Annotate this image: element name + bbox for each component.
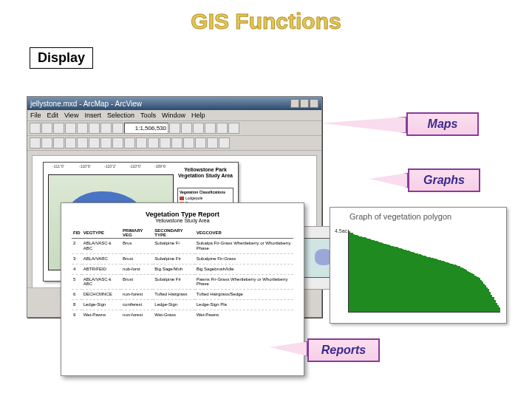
menu-item[interactable]: Window bbox=[162, 112, 185, 119]
tool-icon[interactable] bbox=[41, 123, 52, 134]
menu-item[interactable]: File bbox=[30, 112, 41, 119]
tool-icon[interactable] bbox=[169, 123, 180, 134]
tool-icon[interactable] bbox=[171, 137, 183, 149]
cell: non-forest bbox=[121, 310, 153, 320]
cell: DECHCMNCE bbox=[82, 290, 121, 300]
legend-row: Lodgepole bbox=[180, 196, 231, 200]
cell: Brust bbox=[121, 274, 153, 290]
callout-pointer bbox=[369, 173, 408, 188]
cell: ABLA/VASC-k ABC bbox=[82, 274, 121, 290]
menu-item[interactable]: Tools bbox=[140, 112, 156, 119]
tool-icon[interactable] bbox=[30, 123, 41, 134]
minimize-button[interactable] bbox=[290, 99, 299, 108]
cell: Wet-Pawns bbox=[82, 310, 121, 320]
callout-pointer bbox=[322, 117, 406, 133]
callout-maps: Maps bbox=[406, 112, 479, 136]
tool-icon[interactable] bbox=[65, 123, 76, 134]
cell: 5 bbox=[72, 274, 82, 290]
scale-input[interactable]: 1:1,506,530 bbox=[124, 123, 168, 134]
tool-icon[interactable] bbox=[30, 137, 41, 149]
cell: Brust bbox=[121, 253, 153, 264]
tool-icon[interactable] bbox=[195, 137, 206, 149]
page-title: GIS Functions bbox=[0, 0, 532, 34]
tool-icon[interactable] bbox=[65, 137, 76, 149]
cell: Ledge-Sign Pla bbox=[195, 300, 293, 310]
cell: Subalpine Fir bbox=[153, 274, 194, 290]
graph-title: Graph of vegetation polygon bbox=[330, 208, 506, 222]
legend-swatch bbox=[180, 197, 184, 200]
tool-icon[interactable] bbox=[160, 137, 171, 149]
tool-icon[interactable] bbox=[53, 123, 64, 134]
cell: Ledge-Sign bbox=[153, 300, 194, 310]
column-header: VEGTYPE bbox=[82, 228, 121, 239]
tool-icon[interactable] bbox=[77, 137, 88, 149]
cell: Big Sagebrush/Idle bbox=[195, 264, 293, 274]
cell: 9 bbox=[72, 310, 82, 320]
menu-item[interactable]: Selection bbox=[107, 112, 134, 119]
bar-chart bbox=[348, 230, 500, 313]
tool-icon[interactable] bbox=[100, 123, 112, 134]
menu-item[interactable]: Help bbox=[191, 112, 205, 119]
arcmap-menubar: File Edit View Insert Selection Tools Wi… bbox=[27, 110, 321, 121]
tool-icon[interactable] bbox=[112, 123, 123, 134]
menu-item[interactable]: View bbox=[64, 112, 78, 119]
grid-label: -109°6' bbox=[154, 164, 166, 168]
tool-icon[interactable] bbox=[207, 137, 218, 149]
cell: Subalpine Fir-Grass bbox=[195, 253, 293, 264]
tool-icon[interactable] bbox=[53, 137, 64, 149]
menu-item[interactable]: Edit bbox=[47, 112, 59, 119]
cell: Wet-Grass bbox=[153, 310, 194, 320]
cell: Subalpine Fi bbox=[153, 239, 194, 254]
cell: 2 bbox=[72, 239, 82, 254]
tool-icon[interactable] bbox=[219, 137, 230, 149]
cell: coniferest bbox=[121, 300, 153, 310]
tool-icon[interactable] bbox=[193, 123, 204, 134]
legend-title: Vegetation Classifications bbox=[180, 190, 231, 194]
table-row: 9Wet-Pawnsnon-forestWet-GrassWet-Pawns bbox=[72, 310, 293, 320]
tool-icon[interactable] bbox=[124, 137, 135, 149]
close-button[interactable] bbox=[310, 99, 318, 108]
tool-icon[interactable] bbox=[112, 137, 123, 149]
cell: Subalpine Fir bbox=[153, 253, 194, 264]
cell: Big Sage/Muh bbox=[153, 264, 194, 274]
column-header: FID bbox=[72, 228, 82, 239]
cell: Wet-Pawns bbox=[195, 310, 293, 320]
table-row: 4ABTR/FEIDnob-forstBig Sage/MuhBig Sageb… bbox=[72, 264, 293, 274]
table-row: 2ABLA/VASC-k ABCBrusSubalpine FiSubalpa … bbox=[72, 239, 293, 254]
table-row: 6DECHCMNCEnon-forestTufted HairgrassTuft… bbox=[72, 290, 293, 300]
column-header: VEGCOVER bbox=[195, 228, 293, 239]
grid-label: -110°2' bbox=[104, 164, 116, 168]
column-header: PRIMARY VEG bbox=[121, 228, 153, 239]
map-layout-title: Yellowstone Park Vegetation Study Area bbox=[177, 167, 233, 178]
cell: Brus bbox=[121, 239, 153, 254]
table-row: 3ABLA/VARCBrustSubalpine FirSubalpine Fi… bbox=[72, 253, 293, 264]
menu-item[interactable]: Insert bbox=[84, 112, 101, 119]
tool-icon[interactable] bbox=[216, 123, 228, 134]
maximize-button[interactable] bbox=[300, 99, 309, 108]
cell: 8 bbox=[72, 300, 82, 310]
cell: Tufted Hairgrass/Sedge bbox=[195, 290, 293, 300]
arcmap-titlebar: jellystone.mxd - ArcMap - ArcView bbox=[27, 97, 321, 110]
cell: 3 bbox=[72, 253, 82, 264]
tool-icon[interactable] bbox=[89, 123, 100, 134]
grid-label: -111°0' bbox=[52, 164, 64, 168]
tool-icon[interactable] bbox=[41, 137, 52, 149]
tool-icon[interactable] bbox=[136, 137, 147, 149]
cell: nob-forst bbox=[121, 264, 153, 274]
tool-icon[interactable] bbox=[148, 137, 159, 149]
graph-panel: Graph of vegetation polygon 4.5ac bbox=[330, 207, 507, 324]
tool-icon[interactable] bbox=[100, 137, 112, 149]
grid-label: -110°0' bbox=[129, 164, 141, 168]
cell: 4 bbox=[72, 264, 82, 274]
tool-icon[interactable] bbox=[89, 137, 100, 149]
tool-icon[interactable] bbox=[183, 137, 194, 149]
cell: non-forest bbox=[121, 290, 153, 300]
tool-icon[interactable] bbox=[77, 123, 88, 134]
tool-icon[interactable] bbox=[181, 123, 192, 134]
report-subtitle: Yellowstone Study Area bbox=[72, 218, 293, 223]
tool-icon[interactable] bbox=[228, 123, 239, 134]
arcmap-window-title: jellystone.mxd - ArcMap - ArcView bbox=[30, 100, 142, 108]
table-row: 5ABLA/VASC-k ABCBrustSubalpine FirPawns … bbox=[72, 274, 293, 290]
column-header: SECONDARY TYPE bbox=[153, 228, 194, 239]
tool-icon[interactable] bbox=[205, 123, 216, 134]
